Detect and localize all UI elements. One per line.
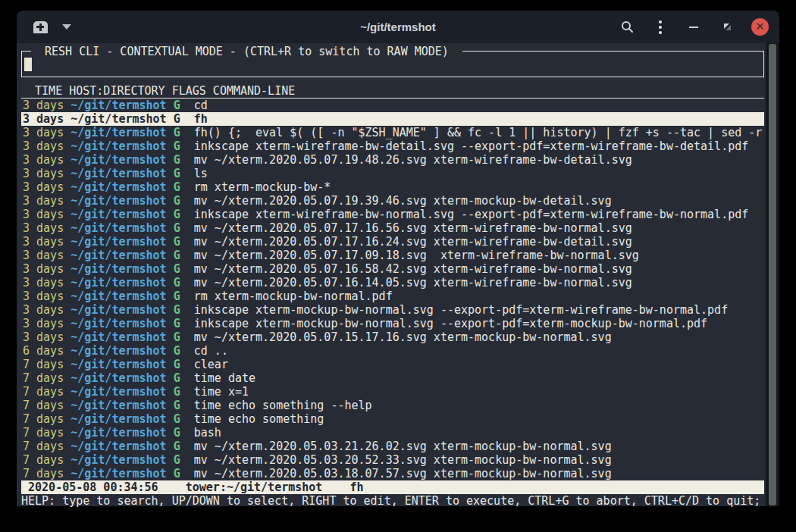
search-icon bbox=[621, 20, 634, 33]
scrollbar-thumb[interactable] bbox=[769, 44, 776, 505]
row-time: 3 days bbox=[23, 249, 64, 262]
row-command: clear bbox=[194, 358, 228, 371]
history-row[interactable]: 3 days ~/git/termshot G rm xterm-mockup-… bbox=[21, 180, 764, 194]
history-list: 3 days ~/git/termshot G cd3 days ~/git/t… bbox=[21, 99, 764, 480]
row-command: inkscape xterm-mockup-bw-normal.svg --ex… bbox=[194, 317, 707, 330]
row-directory: ~/git/termshot bbox=[71, 139, 166, 153]
history-row[interactable]: 3 days ~/git/termshot G fh() {; eval $( … bbox=[21, 126, 764, 139]
row-command: inkscape xterm-mockup-bw-normal.svg --ex… bbox=[194, 303, 728, 317]
row-directory: ~/git/termshot bbox=[71, 330, 166, 344]
row-time: 3 days bbox=[23, 180, 64, 194]
history-row[interactable]: 3 days ~/git/termshot G mv ~/xterm.2020.… bbox=[21, 235, 764, 249]
history-row[interactable]: 3 days ~/git/termshot G inkscape xterm-w… bbox=[21, 208, 764, 221]
row-command: mv ~/xterm.2020.05.07.16.58.42.svg xterm… bbox=[194, 262, 632, 276]
minimize-button[interactable] bbox=[685, 18, 703, 36]
history-row[interactable]: 3 days ~/git/termshot G ls bbox=[21, 167, 764, 180]
row-flags: G bbox=[174, 426, 180, 440]
history-row[interactable]: 3 days ~/git/termshot G mv ~/xterm.2020.… bbox=[21, 262, 764, 276]
row-flags: G bbox=[174, 139, 180, 153]
history-row[interactable]: 6 days ~/git/termshot G cd .. bbox=[21, 344, 764, 358]
tab-dropdown-button[interactable] bbox=[58, 18, 76, 36]
row-command: inkscape xterm-wireframe-bw-detail.svg -… bbox=[194, 139, 749, 153]
terminal-window: ~/git/termshot bbox=[17, 11, 779, 506]
history-row[interactable]: 7 days ~/git/termshot G mv ~/xterm.2020.… bbox=[21, 440, 764, 453]
row-flags: G bbox=[174, 221, 180, 235]
row-flags: G bbox=[174, 440, 180, 453]
history-row[interactable]: 3 days ~/git/termshot G inkscape xterm-w… bbox=[21, 139, 764, 153]
row-directory: ~/git/termshot bbox=[71, 276, 166, 289]
row-flags: G bbox=[174, 303, 180, 317]
row-flags: G bbox=[174, 412, 180, 426]
history-row[interactable]: 7 days ~/git/termshot G clear bbox=[21, 358, 764, 371]
search-button[interactable] bbox=[618, 18, 636, 36]
history-row[interactable]: 3 days ~/git/termshot G mv ~/xterm.2020.… bbox=[21, 194, 764, 208]
chevron-down-icon bbox=[62, 24, 71, 30]
history-row[interactable]: 7 days ~/git/termshot G time date bbox=[21, 371, 764, 385]
history-row[interactable]: 3 days ~/git/termshot G mv ~/xterm.2020.… bbox=[21, 276, 764, 289]
row-flags: G bbox=[174, 194, 180, 208]
row-flags: G bbox=[174, 126, 180, 139]
history-row[interactable]: 3 days ~/git/termshot G fh bbox=[21, 112, 764, 126]
history-row[interactable]: 7 days ~/git/termshot G time echo someth… bbox=[21, 399, 764, 412]
history-row[interactable]: 7 days ~/git/termshot G mv ~/xterm.2020.… bbox=[21, 467, 764, 480]
row-flags: G bbox=[174, 467, 180, 480]
history-row[interactable]: 7 days ~/git/termshot G mv ~/xterm.2020.… bbox=[21, 453, 764, 467]
scrollbar-track bbox=[766, 43, 779, 506]
row-flags: G bbox=[174, 317, 180, 330]
row-command: mv ~/xterm.2020.05.07.17.16.56.svg xterm… bbox=[194, 221, 632, 235]
row-directory: ~/git/termshot bbox=[71, 153, 166, 167]
status-command: fh bbox=[350, 480, 364, 494]
restore-button[interactable] bbox=[718, 18, 736, 36]
row-time: 7 days bbox=[23, 426, 64, 440]
history-row[interactable]: 3 days ~/git/termshot G inkscape xterm-m… bbox=[21, 303, 764, 317]
row-flags: G bbox=[174, 371, 180, 385]
row-time: 3 days bbox=[23, 194, 64, 208]
row-time: 3 days bbox=[23, 276, 64, 289]
row-directory: ~/git/termshot bbox=[71, 344, 166, 358]
history-row[interactable]: 3 days ~/git/termshot G mv ~/xterm.2020.… bbox=[21, 221, 764, 235]
search-input[interactable]: RESH CLI - CONTEXTUAL MODE - (CTRL+R to … bbox=[21, 51, 764, 77]
history-row[interactable]: 3 days ~/git/termshot G mv ~/xterm.2020.… bbox=[21, 153, 764, 167]
row-flags: G bbox=[174, 289, 180, 303]
row-flags: G bbox=[174, 399, 180, 412]
history-row[interactable]: 7 days ~/git/termshot G bash bbox=[21, 426, 764, 440]
row-directory: ~/git/termshot bbox=[71, 317, 166, 330]
row-directory: ~/git/termshot bbox=[71, 385, 166, 399]
menu-button[interactable] bbox=[651, 18, 669, 36]
row-command: time echo something --help bbox=[194, 399, 372, 412]
search-frame-title: RESH CLI - CONTEXTUAL MODE - (CTRL+R to … bbox=[31, 45, 462, 58]
history-row[interactable]: 3 days ~/git/termshot G mv ~/xterm.2020.… bbox=[21, 249, 764, 262]
history-row[interactable]: 3 days ~/git/termshot G rm xterm-mockup-… bbox=[21, 289, 764, 303]
history-row[interactable]: 3 days ~/git/termshot G inkscape xterm-m… bbox=[21, 317, 764, 330]
row-command: time x=1 bbox=[194, 385, 249, 399]
history-row[interactable]: 7 days ~/git/termshot G time x=1 bbox=[21, 385, 764, 399]
row-time: 7 days bbox=[23, 399, 64, 412]
terminal-content: RESH CLI - CONTEXTUAL MODE - (CTRL+R to … bbox=[17, 43, 779, 506]
row-command: rm xterm-mockup-bw-normal.pdf bbox=[194, 289, 393, 303]
minimize-icon bbox=[689, 27, 698, 28]
close-button[interactable]: ✕ bbox=[751, 18, 769, 36]
row-directory: ~/git/termshot bbox=[71, 194, 166, 208]
history-row[interactable]: 7 days ~/git/termshot G time echo someth… bbox=[21, 412, 764, 426]
row-directory: ~/git/termshot bbox=[71, 289, 166, 303]
row-command: fh bbox=[194, 112, 208, 126]
row-time: 3 days bbox=[23, 153, 64, 167]
table-header: TIME HOST:DIRECTORY FLAGS COMMAND-LINE bbox=[21, 84, 764, 99]
row-time: 3 days bbox=[23, 303, 64, 317]
row-directory: ~/git/termshot bbox=[71, 453, 166, 467]
row-command: bash bbox=[194, 426, 221, 440]
row-command: rm xterm-mockup-bw-* bbox=[194, 180, 331, 194]
row-directory: ~/git/termshot bbox=[71, 399, 166, 412]
new-tab-button[interactable] bbox=[30, 18, 50, 36]
row-flags: G bbox=[174, 153, 180, 167]
row-directory: ~/git/termshot bbox=[71, 99, 166, 112]
history-row[interactable]: 3 days ~/git/termshot G mv ~/xterm.2020.… bbox=[21, 330, 764, 344]
row-flags: G bbox=[174, 167, 180, 180]
row-directory: ~/git/termshot bbox=[71, 467, 166, 480]
history-row[interactable]: 3 days ~/git/termshot G cd bbox=[21, 99, 764, 112]
row-directory: ~/git/termshot bbox=[71, 358, 166, 371]
row-time: 3 days bbox=[23, 167, 64, 180]
row-directory: ~/git/termshot bbox=[71, 426, 166, 440]
titlebar: ~/git/termshot bbox=[17, 11, 779, 43]
terminal-plus-icon bbox=[33, 21, 48, 33]
